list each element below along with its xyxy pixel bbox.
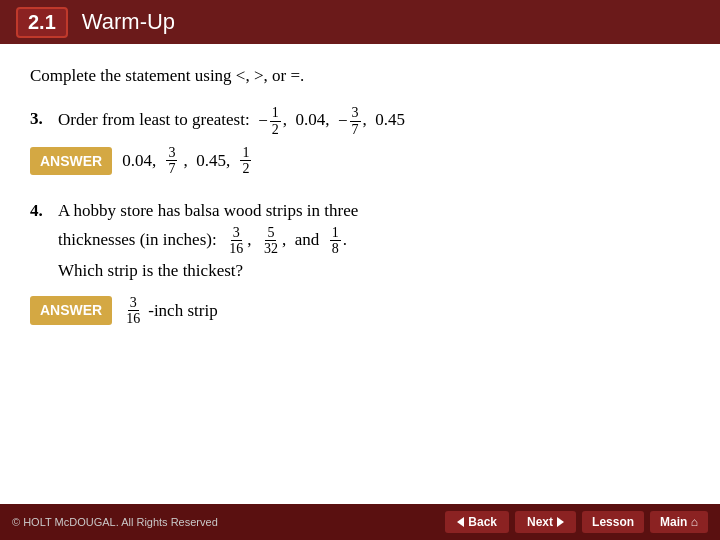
- next-arrow-icon: [557, 517, 564, 527]
- q4-frac1: 316: [227, 225, 245, 257]
- main-content: Complete the statement using <, >, or =.…: [0, 44, 720, 356]
- back-label: Back: [468, 515, 497, 529]
- header-title: Warm-Up: [82, 9, 175, 35]
- question-4-block: 4. A hobby store has balsa wood strips i…: [30, 197, 690, 327]
- answer-3-badge: ANSWER: [30, 147, 112, 175]
- back-button[interactable]: Back: [445, 511, 509, 533]
- main-button[interactable]: Main ⌂: [650, 511, 708, 533]
- header: 2.1 Warm-Up: [0, 0, 720, 44]
- next-label: Next: [527, 515, 553, 529]
- q4-frac3: 18: [330, 225, 341, 257]
- ans3-frac2: 12: [240, 145, 251, 177]
- q3-frac2: −37: [338, 105, 363, 137]
- copyright-text: © HOLT McDOUGAL. All Rights Reserved: [12, 516, 218, 528]
- q4-text: A hobby store has balsa wood strips in t…: [58, 197, 358, 285]
- answer-4-badge: ANSWER: [30, 296, 112, 324]
- question-3: 3. Order from least to greatest: −12, 0.…: [30, 105, 690, 137]
- ans4-frac: 316: [124, 295, 142, 327]
- q3-number: 3.: [30, 105, 50, 132]
- intro-text: Complete the statement using <, >, or =.: [30, 62, 690, 89]
- section-badge: 2.1: [16, 7, 68, 38]
- main-label: Main: [660, 515, 687, 529]
- back-arrow-icon: [457, 517, 464, 527]
- answer-4-content: 316-inch strip: [122, 295, 217, 327]
- answer-4-row: ANSWER 316-inch strip: [30, 295, 690, 327]
- answer-3-content: 0.04, 37, 0.45, 12: [122, 145, 253, 177]
- q3-frac1: −12: [258, 105, 283, 137]
- question-4: 4. A hobby store has balsa wood strips i…: [30, 197, 690, 285]
- lesson-button[interactable]: Lesson: [582, 511, 644, 533]
- q4-frac2: 532: [262, 225, 280, 257]
- answer-3-row: ANSWER 0.04, 37, 0.45, 12: [30, 145, 690, 177]
- q3-text: Order from least to greatest: −12, 0.04,…: [58, 105, 405, 137]
- next-button[interactable]: Next: [515, 511, 576, 533]
- q4-number: 4.: [30, 197, 50, 224]
- ans3-frac1: 37: [166, 145, 177, 177]
- footer: © HOLT McDOUGAL. All Rights Reserved Bac…: [0, 504, 720, 540]
- footer-nav: Back Next Lesson Main ⌂: [445, 511, 708, 533]
